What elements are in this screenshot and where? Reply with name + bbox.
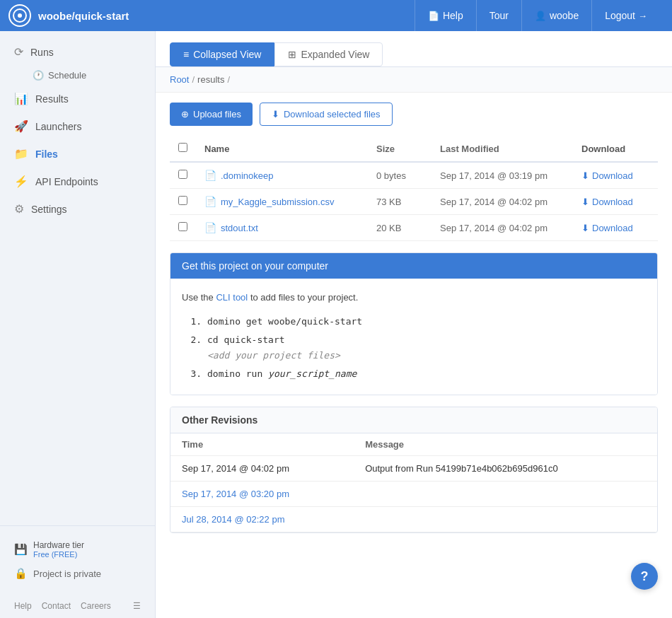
row-check-1 [170, 162, 196, 189]
file-link-3[interactable]: 📄 stdout.txt [204, 222, 359, 233]
row-check-3 [170, 215, 196, 241]
cli-header: Get this project on your computer [170, 253, 657, 279]
revisions-header: Other Revisions [170, 407, 657, 433]
main-content: ≡ Collapsed View ⊞ Expanded View Root / … [156, 31, 672, 618]
collapsed-view-icon: ≡ [183, 49, 189, 60]
select-all-checkbox[interactable] [178, 143, 187, 152]
file-checkbox-1[interactable] [178, 170, 187, 179]
svg-point-1 [18, 13, 22, 18]
cli-intro: Use the CLI tool to add files to your pr… [182, 290, 646, 305]
dl-icon-1: ⬇ [581, 170, 589, 181]
download-file-2-button[interactable]: ⬇ Download [581, 197, 633, 207]
user-link[interactable]: 👤 woobe [521, 0, 591, 31]
file-name-1: 📄 .dominokeep [196, 162, 368, 189]
file-checkbox-2[interactable] [178, 196, 187, 205]
rev-col-time: Time [170, 433, 354, 456]
footer-menu-icon[interactable]: ☰ [133, 601, 141, 611]
rev-message-3 [354, 507, 657, 532]
sidebar-item-launchers[interactable]: 🚀 Launchers [0, 112, 155, 140]
expanded-view-icon: ⊞ [288, 49, 296, 60]
cli-step-3: domino run your_script_name [207, 365, 646, 383]
nav-title: woobe/quick-start [38, 10, 415, 22]
results-icon: 📊 [14, 92, 28, 105]
download-selected-button[interactable]: ⬇ Download selected files [260, 103, 393, 126]
file-name-2: 📄 my_Kaggle_submission.csv [196, 189, 368, 215]
cli-tool-link[interactable]: CLI tool [216, 292, 248, 303]
sidebar-bottom: 💾 Hardware tier Free (FREE) 🔒 Project is… [0, 525, 155, 594]
launchers-icon: 🚀 [14, 119, 28, 133]
cli-steps: domino get woobe/quick-start cd quick-st… [196, 313, 646, 383]
rev-time-link-3[interactable]: Jul 28, 2014 @ 02:22 pm [182, 514, 284, 525]
row-check-2 [170, 189, 196, 215]
sidebar-item-schedule[interactable]: 🕐 Schedule [0, 66, 155, 85]
file-download-3: ⬇ Download [573, 215, 658, 241]
file-modified-1: Sep 17, 2014 @ 03:19 pm [431, 162, 573, 189]
rev-time-3: Jul 28, 2014 @ 02:22 pm [170, 507, 354, 532]
file-download-2: ⬇ Download [573, 189, 658, 215]
sidebar-item-files[interactable]: 📁 Files [0, 140, 155, 168]
rev-message-1: Output from Run 54199b71e4b062b695d961c0 [354, 456, 657, 482]
file-modified-2: Sep 17, 2014 @ 04:02 pm [431, 189, 573, 215]
toolbar: ⊕ Upload files ⬇ Download selected files [156, 93, 672, 136]
logout-link[interactable]: Logout → [591, 0, 664, 31]
download-file-3-button[interactable]: ⬇ Download [581, 223, 633, 233]
breadcrumb: Root / results / [156, 67, 672, 93]
footer-contact-link[interactable]: Contact [42, 601, 71, 611]
dl-icon-3: ⬇ [581, 223, 589, 233]
rev-col-message: Message [354, 433, 657, 456]
col-header-check [170, 136, 196, 162]
breadcrumb-results: results [197, 74, 224, 85]
file-size-1: 0 bytes [368, 162, 431, 189]
api-icon: ⚡ [14, 175, 28, 188]
hardware-tier-info: 💾 Hardware tier Free (FREE) [14, 536, 141, 563]
footer-help-link[interactable]: Help [14, 601, 32, 611]
rev-time-link-2[interactable]: Sep 17, 2014 @ 03:20 pm [182, 489, 289, 499]
revision-row: Sep 17, 2014 @ 04:02 pm Output from Run … [170, 456, 657, 482]
view-tabs: ≡ Collapsed View ⊞ Expanded View [156, 31, 672, 67]
file-name-3: 📄 stdout.txt [196, 215, 368, 241]
sidebar-item-api-endpoints[interactable]: ⚡ API Endpoints [0, 168, 155, 195]
download-icon: ⬇ [272, 109, 279, 119]
file-size-2: 73 KB [368, 189, 431, 215]
revision-row: Jul 28, 2014 @ 02:22 pm [170, 507, 657, 532]
rev-time-1: Sep 17, 2014 @ 04:02 pm [170, 456, 354, 482]
file-download-1: ⬇ Download [573, 162, 658, 189]
breadcrumb-root[interactable]: Root [170, 74, 189, 85]
file-modified-3: Sep 17, 2014 @ 04:02 pm [431, 215, 573, 241]
file-icon-1: 📄 [204, 170, 216, 181]
table-row: 📄 my_Kaggle_submission.csv 73 KB Sep 17,… [170, 189, 658, 215]
sidebar-item-settings[interactable]: ⚙ Settings [0, 195, 155, 223]
revision-row: Sep 17, 2014 @ 03:20 pm [170, 482, 657, 507]
cli-step-2: cd quick-start <add your project files> [207, 331, 646, 365]
logout-icon: → [638, 11, 647, 21]
upload-files-button[interactable]: ⊕ Upload files [170, 103, 253, 126]
topnav: woobe/quick-start 📄 Help Tour 👤 woobe Lo… [0, 0, 672, 31]
file-icon-3: 📄 [204, 222, 216, 233]
breadcrumb-sep-2: / [227, 74, 230, 85]
cli-section: Get this project on your computer Use th… [170, 252, 658, 395]
hardware-icon: 💾 [14, 543, 28, 556]
sidebar-item-results[interactable]: 📊 Results [0, 85, 155, 112]
schedule-icon: 🕐 [33, 70, 44, 81]
footer-careers-link[interactable]: Careers [81, 601, 111, 611]
file-table: Name Size Last Modified Download 📄 [170, 136, 658, 241]
collapsed-view-tab[interactable]: ≡ Collapsed View [170, 42, 274, 66]
cli-step-1: domino get woobe/quick-start [207, 313, 646, 331]
sidebar-item-runs[interactable]: ⟳ Runs [0, 38, 155, 66]
file-checkbox-3[interactable] [178, 222, 187, 231]
file-link-1[interactable]: 📄 .dominokeep [204, 170, 359, 181]
cli-placeholder: <add your project files> [207, 350, 340, 361]
table-row: 📄 stdout.txt 20 KB Sep 17, 2014 @ 04:02 … [170, 215, 658, 241]
files-icon: 📁 [14, 147, 28, 161]
download-file-1-button[interactable]: ⬇ Download [581, 170, 633, 181]
upload-icon: ⊕ [181, 109, 189, 119]
tour-link[interactable]: Tour [476, 0, 521, 31]
rev-time-2: Sep 17, 2014 @ 03:20 pm [170, 482, 354, 507]
file-table-container: Name Size Last Modified Download 📄 [156, 136, 672, 241]
expanded-view-tab[interactable]: ⊞ Expanded View [274, 42, 383, 66]
runs-icon: ⟳ [14, 45, 23, 59]
help-link[interactable]: 📄 Help [415, 0, 476, 31]
file-link-2[interactable]: 📄 my_Kaggle_submission.csv [204, 196, 359, 207]
help-bubble-button[interactable]: ? [631, 563, 658, 590]
project-private-info: 🔒 Project is private [14, 563, 141, 584]
